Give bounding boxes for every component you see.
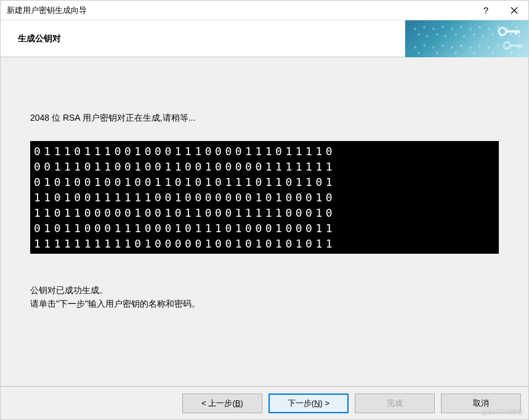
key-icon — [498, 25, 522, 38]
finish-button: 完成 — [355, 394, 435, 413]
key-icon — [503, 40, 525, 51]
svg-rect-9 — [521, 44, 523, 47]
next-button[interactable]: 下一步(N) > — [269, 394, 349, 413]
page-title: 生成公钥对 — [1, 33, 61, 44]
success-message: 公钥对已成功生成。 — [30, 283, 499, 297]
instruction-message: 请单击"下一步"输入用户密钥的名称和密码。 — [30, 297, 499, 310]
back-button[interactable]: < 上一步(B) — [182, 394, 262, 413]
svg-rect-5 — [518, 30, 520, 34]
svg-point-2 — [499, 28, 506, 35]
svg-rect-3 — [506, 30, 520, 33]
svg-rect-7 — [511, 44, 523, 47]
header-graphic — [405, 20, 528, 57]
close-button[interactable] — [500, 1, 528, 20]
binary-line: 011101110010001110000111011110 — [34, 143, 495, 159]
binary-line: 010110001110001011101000100011 — [34, 220, 495, 236]
titlebar: 新建用户密钥生成向导 ? — [1, 1, 528, 20]
binary-line: 110110000010010110001111100010 — [34, 205, 495, 220]
binary-display: 011101110010001110000111011110 001110110… — [30, 141, 499, 254]
svg-rect-4 — [515, 30, 517, 35]
cancel-button[interactable]: 取消 — [441, 394, 521, 413]
header-banner: 生成公钥对 — [1, 20, 528, 57]
binary-line: 001110110010011001000001111111 — [34, 159, 495, 174]
wizard-dialog: 新建用户密钥生成向导 ? 生成公钥对 204 — [0, 0, 529, 420]
binary-line: 010100100100110101011101101101 — [34, 174, 495, 190]
svg-rect-8 — [518, 44, 520, 49]
binary-line: 110100111111001000000010100010 — [34, 190, 495, 205]
svg-point-6 — [504, 42, 511, 49]
generating-status: 2048 位 RSA 用户密钥对正在生成,请稍等... — [30, 113, 499, 124]
content-area: 2048 位 RSA 用户密钥对正在生成,请稍等... 011101110010… — [1, 57, 528, 386]
help-button[interactable]: ? — [472, 1, 500, 20]
button-bar: < 上一步(B) 下一步(N) > 完成 取消 — [1, 386, 528, 419]
close-icon — [511, 7, 518, 14]
window-title: 新建用户密钥生成向导 — [7, 5, 472, 16]
binary-line: 111111111101000001001010101011 — [34, 236, 495, 251]
